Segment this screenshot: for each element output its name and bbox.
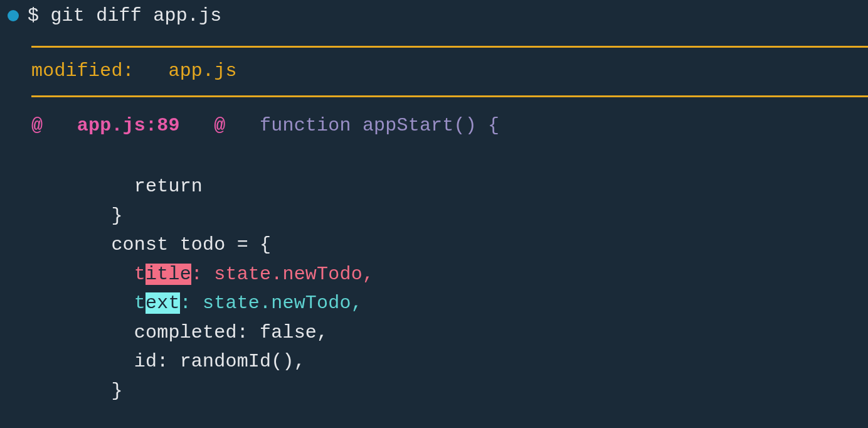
context-line: }: [31, 205, 123, 227]
removed-line: title: state.newTodo,: [31, 264, 374, 285]
prompt-row: $ git diff app.js: [0, 1, 868, 31]
bullet-icon: [8, 10, 19, 21]
command-text: git diff app.js: [50, 1, 221, 31]
file-status: modified: app.js: [0, 56, 868, 86]
prompt-symbol: $: [28, 1, 39, 31]
divider-bottom: [31, 95, 868, 97]
context-line: completed: false,: [31, 322, 328, 343]
divider-top: [31, 46, 868, 48]
added-line: text: state.newTodo,: [31, 292, 363, 314]
removed-highlight: itle: [146, 264, 191, 285]
status-label: modified:: [31, 60, 134, 82]
context-line: id: randomId(),: [31, 351, 305, 372]
status-file: app.js: [168, 60, 236, 82]
diff-body: return } const todo = { title: state.new…: [0, 143, 868, 406]
context-line: return: [31, 176, 203, 197]
added-highlight: ext: [146, 292, 180, 314]
context-line: const todo = {: [31, 234, 271, 255]
hunk-context: function appStart() {: [260, 115, 499, 136]
hunk-location: app.js:89: [77, 115, 180, 136]
hunk-header: @ app.js:89 @ function appStart() {: [0, 111, 868, 141]
context-line: }: [31, 380, 123, 402]
hunk-at-close: @: [214, 115, 225, 136]
hunk-at-open: @: [31, 115, 43, 136]
